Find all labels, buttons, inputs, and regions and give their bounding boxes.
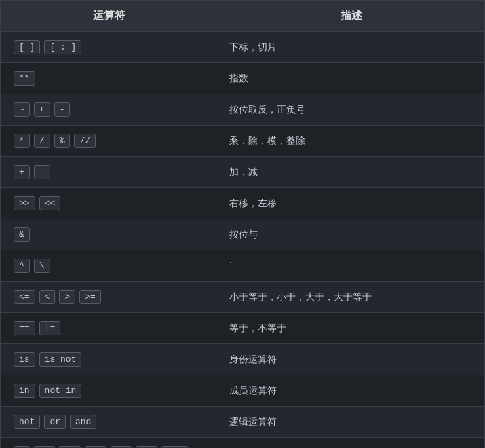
table-row: ==!=等于，不等于	[1, 313, 485, 344]
operator-cell: ==!=	[1, 313, 218, 344]
operator-badge: in	[14, 384, 35, 398]
operator-cell: **	[1, 63, 218, 94]
operator-cell: =+=-=*=/=%=//=**=&=`	[1, 438, 218, 449]
description-cell: 乘，除，模，整除	[218, 126, 485, 157]
operator-badge: **	[14, 71, 35, 86]
operator-cell: &	[1, 219, 218, 250]
description-cell: = ^= …	[218, 438, 485, 449]
table-row: ~+-按位取反，正负号	[1, 94, 485, 126]
table-row: [ ][ : ]下标，切片	[1, 32, 485, 63]
table-row: <=<>>=小于等于，小于，大于，大于等于	[1, 282, 485, 313]
operator-badge: %	[54, 134, 71, 148]
operator-badge: \	[34, 259, 50, 273]
description-cell: 成员运算符	[218, 375, 485, 407]
operator-badge: [ : ]	[44, 40, 81, 54]
description-cell: `	[218, 250, 485, 282]
description-cell: 右移，左移	[218, 188, 485, 219]
description-cell: 逻辑运算符	[218, 407, 485, 438]
operator-cell: notorand	[1, 407, 218, 438]
table-row: +-加，减	[1, 157, 485, 188]
description-cell: 指数	[218, 63, 485, 94]
operator-badge: >>	[14, 196, 35, 210]
operator-badge: is	[14, 352, 35, 367]
operator-badge: or	[44, 415, 66, 429]
description-cell: 小于等于，小于，大于，大于等于	[218, 282, 485, 313]
col-operator-header: 运算符	[1, 1, 218, 32]
table-row: notorand逻辑运算符	[1, 407, 485, 438]
operator-badge: &	[14, 227, 30, 242]
table-row: */%//乘，除，模，整除	[1, 126, 485, 157]
table-row: &按位与	[1, 219, 485, 250]
operator-cell: ~+-	[1, 94, 218, 126]
table-row: innot in成员运算符	[1, 375, 485, 407]
description-cell: 下标，切片	[218, 32, 485, 63]
operator-cell: >><<	[1, 188, 218, 219]
operator-badge: //	[74, 134, 96, 148]
operator-cell: [ ][ : ]	[1, 32, 218, 63]
operator-badge: *	[14, 134, 30, 148]
operator-badge: not in	[39, 384, 82, 398]
operator-badge: ^	[14, 259, 30, 273]
table-row: =+=-=*=/=%=//=**=&=`= ^= …	[1, 438, 485, 449]
operator-badge: not	[14, 415, 40, 429]
table-header: 运算符 描述	[1, 1, 485, 32]
col-desc-header: 描述	[218, 1, 485, 32]
table-row: isis not身份运算符	[1, 344, 485, 375]
operator-badge: <=	[14, 290, 35, 304]
description-cell: 加，减	[218, 157, 485, 188]
table-row: >><<右移，左移	[1, 188, 485, 219]
operator-cell: <=<>>=	[1, 282, 218, 313]
operator-badge: <<	[39, 196, 61, 210]
operators-table: 运算符 描述 [ ][ : ]下标，切片**指数~+-按位取反，正负号*/%//…	[0, 0, 485, 448]
operator-badge: and	[70, 415, 96, 429]
operator-badge: [ ]	[14, 40, 40, 54]
operator-cell: */%//	[1, 126, 218, 157]
operator-badge: is not	[39, 352, 82, 367]
description-cell: 身份运算符	[218, 344, 485, 375]
operator-badge: -	[54, 102, 71, 117]
description-cell: 按位取反，正负号	[218, 94, 485, 126]
operator-badge: -	[34, 165, 50, 179]
operator-badge: >	[59, 290, 75, 304]
description-cell: 按位与	[218, 219, 485, 250]
operator-badge: +	[34, 102, 50, 117]
operator-badge: +	[14, 165, 30, 179]
operator-badge: <	[39, 290, 56, 304]
table-row: ^\`	[1, 250, 485, 282]
operator-badge: ==	[14, 321, 35, 335]
operator-badge: >=	[79, 290, 101, 304]
description-cell: 等于，不等于	[218, 313, 485, 344]
operator-badge: !=	[39, 321, 61, 335]
operator-cell: +-	[1, 157, 218, 188]
operator-cell: innot in	[1, 375, 218, 407]
operator-badge: /	[34, 134, 50, 148]
operator-badge: ~	[14, 102, 30, 117]
table-row: **指数	[1, 63, 485, 94]
operator-cell: isis not	[1, 344, 218, 375]
operator-cell: ^\	[1, 250, 218, 282]
